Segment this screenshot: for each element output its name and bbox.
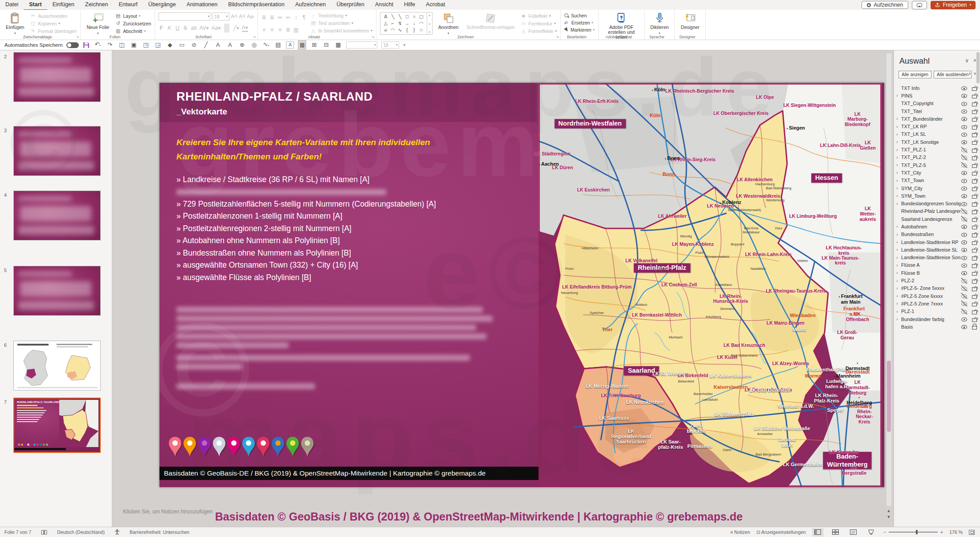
ribbon-button-markieren[interactable]: Markieren▾ — [564, 27, 595, 33]
shape---icon[interactable]: } — [411, 27, 418, 33]
shapes-gallery-scroll[interactable]: ▴▾≡ — [427, 12, 433, 35]
lock-open-icon[interactable] — [972, 101, 976, 106]
selection-pane-icon[interactable]: ▦ — [298, 41, 306, 49]
shape-a-icon[interactable]: A — [382, 13, 389, 20]
lock-open-icon[interactable] — [972, 255, 976, 260]
language-indicator[interactable]: Deutsch (Deutschland) — [57, 529, 105, 535]
spellcheck-icon[interactable] — [41, 529, 47, 535]
chevron-right-icon[interactable]: › — [894, 193, 900, 198]
notes-toggle[interactable]: ≡ Notizen — [730, 529, 750, 535]
scrollbar-thumb[interactable] — [887, 361, 891, 432]
eraser-icon[interactable]: ⊘ — [190, 41, 198, 49]
visibility-on-icon[interactable] — [961, 131, 968, 137]
selection-item-landkreise-stadtkreise-sl[interactable]: ›Landkreise-Stadtkreise SL — [894, 246, 980, 253]
chevron-right-icon[interactable]: › — [894, 247, 900, 252]
fit-to-window-icon[interactable] — [969, 530, 975, 535]
lock-open-icon[interactable] — [972, 247, 976, 252]
ribbon-button-zurücksetzen[interactable]: ↺Zurücksetzen — [115, 20, 151, 26]
selection-item-txt-plz-1[interactable]: ›TXT_PLZ-1 — [894, 146, 980, 153]
ungroup-objects-icon[interactable]: ◲ — [154, 41, 162, 49]
lock-open-icon[interactable] — [972, 293, 976, 299]
object-anchor-icon[interactable]: ⊕ — [238, 41, 246, 49]
pane-collapse-icon[interactable]: ∨ — [965, 57, 969, 64]
visibility-off-icon[interactable] — [961, 147, 968, 153]
visibility-off-icon[interactable] — [961, 301, 968, 306]
shape-outline-icon[interactable]: ▭ — [178, 41, 186, 49]
lock-open-icon[interactable] — [972, 278, 976, 284]
lock-open-icon[interactable] — [972, 85, 976, 91]
menu-tab-übergänge[interactable]: Übergänge — [143, 0, 181, 10]
chevron-right-icon[interactable]: › — [894, 170, 900, 175]
alignment-icon[interactable]: ▥ — [294, 27, 299, 33]
editor-scrollbar[interactable] — [886, 53, 891, 506]
ribbon-button-kopieren[interactable]: ◫Kopieren▾ — [30, 20, 77, 26]
menu-tab-überprüfen[interactable]: Überprüfen — [331, 0, 370, 10]
visibility-off-icon[interactable] — [961, 162, 968, 168]
lock-open-icon[interactable] — [972, 316, 976, 322]
visibility-on-icon[interactable] — [961, 270, 968, 276]
record-button[interactable]: Aufzeichnen — [862, 1, 908, 9]
accessibility-check[interactable]: Barrierefreiheit: Untersuchen — [130, 529, 189, 535]
shape---icon[interactable]: □ — [404, 13, 411, 20]
paragraph-icon[interactable]: ↕ — [294, 14, 299, 20]
quickbar-overflow-icon[interactable]: ▾ — [403, 43, 405, 47]
shape---icon[interactable]: ○ — [411, 13, 418, 20]
shape---icon[interactable]: ◠ — [418, 20, 425, 27]
lock-open-icon[interactable] — [972, 116, 976, 122]
selection-item-flüsse-b[interactable]: ›Flüsse B — [894, 269, 980, 277]
lock-open-icon[interactable] — [972, 93, 976, 98]
alignment-icon[interactable]: ≡ — [270, 27, 275, 33]
zoom-level[interactable]: 176 % — [949, 529, 963, 535]
shape---icon[interactable]: → — [404, 20, 411, 27]
ribbon-button-suchen[interactable]: Suchen — [564, 13, 595, 18]
chevron-right-icon[interactable]: › — [894, 270, 900, 275]
lock-closed-icon[interactable] — [972, 324, 976, 330]
selection-item-sym-town[interactable]: ›SYM_Town — [894, 192, 980, 199]
shape---icon[interactable]: ╲ — [396, 13, 404, 20]
selection-item-bundeslandgrenzen-sonstige[interactable]: ›Bundeslandgrenzen Sonstige — [894, 199, 980, 207]
chevron-right-icon[interactable]: › — [894, 224, 900, 229]
lock-open-icon[interactable] — [972, 239, 976, 245]
visibility-on-icon[interactable] — [961, 93, 968, 98]
view-reading-button[interactable] — [848, 528, 859, 537]
chevron-right-icon[interactable]: › — [894, 255, 900, 260]
selection-item-txt-lk-sl[interactable]: ›TXT_LK SL — [894, 130, 980, 138]
paragraph-icon[interactable]: ≕ — [286, 14, 291, 20]
strikethrough-button[interactable]: S — [183, 25, 188, 31]
menu-tab-datei[interactable]: Datei — [0, 0, 24, 10]
ribbon-button-abschnitt[interactable]: ▥Abschnitt▾ — [115, 28, 151, 34]
visibility-off-icon[interactable] — [961, 216, 968, 222]
selection-item-plz-2[interactable]: ›PLZ-2 — [894, 277, 980, 284]
display-settings[interactable]: ⊡ Anzeigeeinstellungen — [756, 529, 806, 535]
group-objects-icon[interactable]: ◳ — [142, 41, 150, 49]
shape---icon[interactable]: ↯ — [396, 20, 404, 27]
paragraph-icon[interactable]: ≣ — [261, 14, 267, 20]
lock-open-icon[interactable] — [972, 262, 976, 268]
slide-thumbnail-3[interactable] — [13, 126, 101, 176]
shape---icon[interactable]: ↓ — [411, 20, 418, 27]
selection-item-txt-info[interactable]: TXT Info — [894, 84, 980, 92]
chevron-right-icon[interactable]: › — [894, 147, 900, 152]
lock-open-icon[interactable] — [972, 139, 976, 145]
ribbon-button-layout[interactable]: ▤Layout▾ — [115, 13, 151, 19]
quick-combo-2[interactable]: 18▾ — [381, 41, 399, 49]
chevron-right-icon[interactable]: › — [894, 317, 900, 321]
curve-tool-icon[interactable]: ∿▾ — [262, 41, 270, 49]
slide-title[interactable]: RHEINLAND-PFALZ / SAARLAND — [176, 90, 372, 104]
dictate-button[interactable]: Diktieren ▾ — [648, 12, 671, 36]
lock-open-icon[interactable] — [972, 147, 976, 153]
view-slideshow-button[interactable] — [866, 528, 877, 537]
lock-open-icon[interactable] — [972, 155, 976, 160]
show-all-button[interactable]: Alle anzeigen — [898, 71, 931, 78]
shrink-font-button[interactable]: A˅ — [239, 12, 245, 21]
slide-thumbnail-2[interactable] — [13, 52, 101, 102]
shape---icon[interactable]: ∿ — [396, 27, 404, 33]
shape---icon[interactable]: { — [404, 27, 411, 33]
selection-item-txt-titel[interactable]: TXT_Titel — [894, 107, 980, 115]
visibility-on-icon[interactable] — [961, 101, 968, 106]
ribbon-button-ersetzen[interactable]: ⇄Ersetzen▾ — [564, 20, 595, 25]
selection-item-txt-plz-2[interactable]: ›TXT_PLZ-2 — [894, 154, 980, 161]
alignment-icon[interactable]: ≡ — [278, 27, 283, 33]
shape---icon[interactable]: ☆ — [418, 27, 425, 33]
bold-button[interactable]: F — [159, 25, 164, 31]
